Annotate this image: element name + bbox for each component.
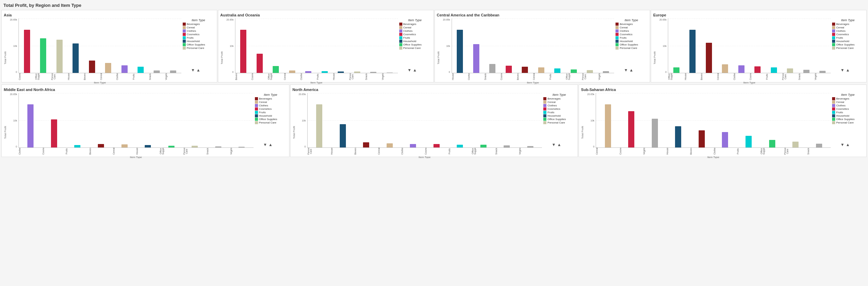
bar-cosmetics[interactable] — [433, 144, 440, 147]
bar-household[interactable] — [145, 145, 151, 147]
chart-title-europe: Europe — [653, 13, 864, 17]
bar-cereal[interactable] — [722, 64, 728, 73]
bar-clothes[interactable] — [738, 65, 744, 73]
bar-beverages[interactable] — [522, 67, 528, 73]
bar-personal-care[interactable] — [56, 40, 63, 73]
bar-group — [401, 144, 425, 147]
bar-snacks[interactable] — [154, 70, 160, 73]
bar-household[interactable] — [675, 126, 681, 147]
bar-cosmetics[interactable] — [628, 111, 634, 147]
bar-snacks[interactable] — [803, 70, 809, 73]
bar-vegetables[interactable] — [652, 119, 658, 147]
bar-cereal[interactable] — [121, 144, 128, 147]
sort-descending-button[interactable]: ▼ — [191, 68, 195, 73]
bar-snacks[interactable] — [816, 144, 822, 147]
legend-color-swatch — [616, 29, 619, 32]
legend-color-swatch — [255, 107, 258, 110]
bar-fruits[interactable] — [554, 68, 560, 73]
bar-household[interactable] — [73, 43, 79, 73]
bar-personal-care[interactable] — [316, 104, 322, 147]
bar-office-supplies[interactable] — [571, 69, 577, 73]
bar-snacks[interactable] — [370, 72, 376, 73]
bar-office-supplies[interactable] — [40, 38, 46, 73]
bar-beverages[interactable] — [363, 142, 369, 148]
bar-cosmetics[interactable] — [51, 119, 57, 147]
legend-item: Personal Care — [255, 121, 286, 124]
bar-personal-care[interactable] — [587, 70, 593, 73]
legend-item-label: Cereal — [836, 26, 844, 29]
bar-cosmetics[interactable] — [506, 66, 512, 73]
legend-item-label: Cereal — [187, 26, 195, 29]
bar-beverages[interactable] — [706, 43, 712, 73]
bar-cereal[interactable] — [387, 143, 393, 147]
bar-fruits[interactable] — [322, 71, 328, 73]
bar-office-supplies[interactable] — [168, 146, 174, 147]
sort-descending-button[interactable]: ▼ — [407, 68, 412, 73]
bar-vegetables[interactable] — [238, 147, 245, 147]
bar-vegetables[interactable] — [170, 70, 176, 73]
bar-beverages[interactable] — [240, 30, 246, 73]
bar-cereal[interactable] — [538, 67, 544, 73]
bar-cereal[interactable] — [605, 104, 611, 147]
bar-vegetables[interactable] — [819, 71, 826, 73]
bar-personal-care[interactable] — [792, 142, 799, 147]
sort-ascending-button[interactable]: ▲ — [846, 68, 850, 73]
bar-fruits[interactable] — [746, 136, 752, 147]
bar-personal-care[interactable] — [787, 68, 793, 73]
bar-cosmetics[interactable] — [24, 30, 30, 73]
bar-clothes[interactable] — [305, 71, 311, 73]
bar-household[interactable] — [457, 30, 463, 73]
bar-snacks[interactable] — [504, 145, 510, 147]
legend-item: Cereal — [399, 26, 431, 29]
sort-descending-button[interactable]: ▼ — [840, 142, 844, 147]
chart-title-middle-east: Middle East and North Africa — [4, 88, 287, 92]
bar-fruits[interactable] — [771, 67, 777, 73]
bar-beverages[interactable] — [89, 61, 95, 73]
bar-cereal[interactable] — [105, 63, 111, 73]
bar-cereal[interactable] — [289, 70, 295, 73]
bar-personal-care[interactable] — [354, 72, 360, 73]
bar-snacks[interactable] — [215, 146, 221, 148]
sort-ascending-button[interactable]: ▲ — [413, 68, 417, 73]
bar-beverages[interactable] — [98, 144, 104, 148]
sort-descending-button[interactable]: ▼ — [552, 142, 556, 147]
bar-clothes[interactable] — [722, 132, 728, 147]
chart-panel-north-america: North AmericaTotal Profit20.65k10k0Perso… — [290, 84, 578, 157]
sort-descending-button[interactable]: ▼ — [263, 142, 267, 147]
bar-group — [19, 30, 35, 73]
bar-vegetables[interactable] — [603, 71, 609, 73]
bar-clothes[interactable] — [410, 144, 416, 147]
bar-office-supplies[interactable] — [769, 140, 775, 147]
legend-color-swatch — [832, 26, 835, 29]
legend-color-swatch — [832, 104, 835, 107]
bar-vegetables[interactable] — [387, 73, 393, 73]
sort-ascending-button[interactable]: ▲ — [629, 68, 633, 73]
bar-household[interactable] — [338, 72, 344, 73]
sort-ascending-button[interactable]: ▲ — [557, 142, 561, 147]
chart-title-central-america: Central America and the Caribbean — [437, 13, 648, 17]
sort-ascending-button[interactable]: ▲ — [846, 142, 850, 147]
sort-descending-button[interactable]: ▼ — [840, 68, 844, 73]
bar-vegetables[interactable] — [527, 146, 533, 147]
bar-clothes[interactable] — [121, 65, 128, 73]
legend-color-swatch — [543, 111, 546, 114]
sort-ascending-button[interactable]: ▲ — [269, 142, 273, 147]
bar-beverages[interactable] — [699, 130, 705, 147]
bar-office-supplies[interactable] — [273, 66, 279, 73]
bar-clothes[interactable] — [27, 104, 34, 147]
sort-ascending-button[interactable]: ▲ — [196, 68, 200, 73]
legend-item-label: Fruits — [187, 36, 194, 39]
bar-fruits[interactable] — [138, 67, 144, 73]
bar-personal-care[interactable] — [192, 146, 198, 147]
bar-cosmetics[interactable] — [257, 54, 263, 73]
bar-household[interactable] — [340, 124, 346, 147]
sort-descending-button[interactable]: ▼ — [624, 68, 628, 73]
bar-clothes[interactable] — [473, 44, 479, 73]
bar-cosmetics[interactable] — [754, 66, 761, 73]
bar-household[interactable] — [689, 30, 696, 73]
bar-fruits[interactable] — [74, 145, 80, 147]
bar-fruits[interactable] — [457, 145, 463, 147]
bar-snacks[interactable] — [489, 64, 495, 73]
bar-office-supplies[interactable] — [673, 67, 679, 73]
bar-office-supplies[interactable] — [480, 145, 487, 147]
